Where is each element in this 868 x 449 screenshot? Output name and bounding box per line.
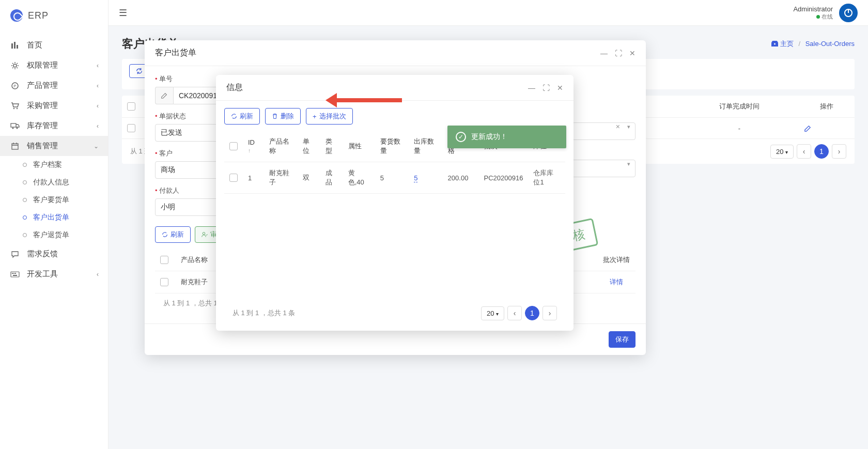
inner-refresh-button[interactable]: 刷新 bbox=[155, 226, 191, 243]
info-row-checkbox[interactable] bbox=[229, 174, 238, 182]
modal2-minimize[interactable]: — bbox=[528, 84, 535, 92]
nav-permission[interactable]: 权限管理 ‹ bbox=[0, 55, 108, 75]
col-complete-time: 订单完成时间 bbox=[680, 96, 799, 118]
chat-icon bbox=[10, 250, 20, 258]
col-action: 操作 bbox=[799, 96, 855, 118]
truck-icon bbox=[10, 122, 20, 130]
col-product[interactable]: 产品名称 bbox=[264, 131, 298, 162]
modal1-close[interactable]: ✕ bbox=[629, 49, 636, 57]
svg-rect-14 bbox=[13, 273, 14, 274]
svg-rect-11 bbox=[12, 144, 18, 149]
user-info[interactable]: Administrator 在线 bbox=[793, 5, 833, 21]
edit-icon[interactable] bbox=[804, 125, 849, 132]
detail-link[interactable]: 详情 bbox=[610, 278, 623, 286]
info-table-row[interactable]: 1 耐克鞋子 双 成品 黄色,40 5 5 200.00 PC20200916 … bbox=[224, 162, 565, 194]
nav-dev-tools[interactable]: 开发工具 ‹ bbox=[0, 264, 108, 284]
power-button[interactable] bbox=[839, 4, 858, 22]
out-qty-link[interactable]: 5 bbox=[414, 174, 417, 182]
nav-home[interactable]: 首页 bbox=[0, 35, 108, 55]
modal1-maximize[interactable]: ⛶ bbox=[615, 49, 622, 57]
info-refresh-button[interactable]: 刷新 bbox=[224, 108, 260, 125]
hamburger-icon[interactable]: ☰ bbox=[119, 7, 127, 19]
user-status: 在线 bbox=[793, 13, 833, 21]
modal2-close[interactable]: ✕ bbox=[557, 84, 563, 92]
modal2-title: 信息 bbox=[226, 82, 243, 93]
user-name: Administrator bbox=[793, 5, 833, 13]
svg-rect-2 bbox=[17, 45, 18, 49]
subnav-customer-archive[interactable]: 客户档案 bbox=[0, 156, 108, 174]
col-out-qty[interactable]: 出库数量 bbox=[409, 131, 442, 162]
topbar: ☰ Administrator 在线 bbox=[109, 0, 868, 26]
clear-icon[interactable]: × bbox=[616, 122, 620, 131]
subnav-shipment-order[interactable]: 客户出货单 bbox=[0, 209, 108, 226]
col-product: 产品名称 bbox=[176, 249, 214, 271]
nav-sales[interactable]: 销售管理 ⌄ bbox=[0, 136, 108, 156]
save-button[interactable]: 保存 bbox=[609, 331, 636, 348]
chevron-down-icon: ⌄ bbox=[94, 143, 99, 150]
nav-label: 需求反馈 bbox=[27, 249, 58, 259]
svg-rect-12 bbox=[11, 272, 19, 277]
breadcrumb-current[interactable]: Sale-Out-Orders bbox=[805, 40, 855, 48]
nav-label: 采购管理 bbox=[27, 101, 58, 111]
svg-point-10 bbox=[17, 127, 18, 129]
svg-rect-16 bbox=[13, 275, 17, 276]
tag-icon: P bbox=[10, 82, 20, 90]
chevron-left-icon: ‹ bbox=[97, 122, 99, 130]
calendar-icon bbox=[10, 142, 20, 150]
next-page-info[interactable]: › bbox=[542, 306, 557, 320]
info-select-all[interactable] bbox=[229, 142, 238, 150]
col-id[interactable]: ID ↑ bbox=[243, 131, 264, 162]
col-batch-detail: 批次详情 bbox=[597, 249, 636, 271]
col-type[interactable]: 类型 bbox=[320, 131, 343, 162]
col-req-qty[interactable]: 要货数量 bbox=[375, 131, 409, 162]
inner-select-all[interactable] bbox=[160, 256, 168, 264]
svg-rect-13 bbox=[12, 273, 13, 274]
info-delete-button[interactable]: 删除 bbox=[265, 108, 301, 125]
chevron-left-icon: ‹ bbox=[97, 62, 99, 69]
keyboard-icon bbox=[10, 271, 20, 277]
prev-page-main[interactable]: ‹ bbox=[797, 144, 811, 159]
nav-label: 权限管理 bbox=[27, 60, 58, 70]
page-1-info[interactable]: 1 bbox=[525, 306, 539, 320]
success-toast: ✓ 更新成功！ bbox=[447, 126, 566, 148]
page-size-select-info[interactable]: 20 ▾ bbox=[481, 306, 504, 320]
modal1-title: 客户出货单 bbox=[155, 48, 196, 58]
col-attr[interactable]: 属性 bbox=[343, 131, 375, 162]
page-1-main[interactable]: 1 bbox=[814, 144, 829, 159]
edit-icon[interactable] bbox=[155, 87, 173, 104]
page-size-select-main[interactable]: 20 ▾ bbox=[770, 145, 794, 159]
nav-feedback[interactable]: 需求反馈 bbox=[0, 244, 108, 264]
nav-label: 首页 bbox=[27, 40, 42, 50]
inner-row-checkbox[interactable] bbox=[160, 278, 168, 286]
svg-point-6 bbox=[13, 107, 14, 109]
sidebar: ERP 首页 权限管理 ‹ P 产品管理 ‹ 采购管理 bbox=[0, 0, 109, 449]
breadcrumb-home[interactable]: 主页 bbox=[780, 40, 794, 48]
modal1-minimize[interactable]: — bbox=[600, 49, 608, 57]
subnav-return-order[interactable]: 客户退货单 bbox=[0, 226, 108, 244]
nav-label: 库存管理 bbox=[27, 121, 58, 131]
info-modal: 信息 — ⛶ ✕ 刷新 删除 +选择批次 ✓ 更新成功！ bbox=[216, 75, 574, 331]
svg-point-3 bbox=[13, 64, 17, 67]
check-icon: ✓ bbox=[456, 132, 466, 142]
svg-point-19 bbox=[203, 233, 205, 235]
svg-text:P: P bbox=[13, 84, 16, 88]
col-unit[interactable]: 单位 bbox=[298, 131, 320, 162]
svg-point-18 bbox=[774, 43, 776, 45]
modal2-maximize[interactable]: ⛶ bbox=[542, 84, 550, 92]
svg-rect-0 bbox=[11, 43, 13, 49]
subnav-payer-info[interactable]: 付款人信息 bbox=[0, 174, 108, 191]
prev-page-info[interactable]: ‹ bbox=[507, 306, 522, 320]
brand-text: ERP bbox=[28, 10, 49, 21]
nav-label: 开发工具 bbox=[27, 269, 58, 279]
next-page-main[interactable]: › bbox=[832, 144, 846, 159]
select-all-checkbox[interactable] bbox=[127, 102, 135, 111]
info-pager-info: 从 1 到 1 ，总共 1 条 bbox=[233, 308, 295, 318]
row-checkbox[interactable] bbox=[127, 124, 135, 132]
select-batch-button[interactable]: +选择批次 bbox=[306, 108, 353, 125]
nav-purchase[interactable]: 采购管理 ‹ bbox=[0, 96, 108, 116]
svg-point-9 bbox=[12, 127, 14, 129]
nav-stock[interactable]: 库存管理 ‹ bbox=[0, 116, 108, 136]
nav-label: 销售管理 bbox=[27, 141, 58, 151]
nav-product[interactable]: P 产品管理 ‹ bbox=[0, 75, 108, 96]
subnav-demand-order[interactable]: 客户要货单 bbox=[0, 191, 108, 209]
